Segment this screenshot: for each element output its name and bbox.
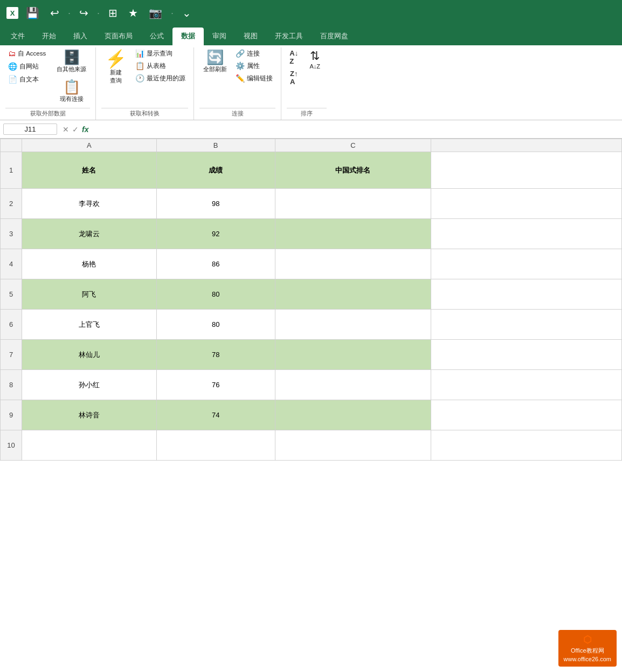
col-header-b[interactable]: B bbox=[156, 139, 275, 152]
tab-view[interactable]: 视图 bbox=[235, 28, 266, 45]
web-icon: 🌐 bbox=[8, 62, 17, 71]
cell-c5[interactable] bbox=[275, 279, 431, 310]
camera-button[interactable]: 📷 bbox=[146, 6, 165, 19]
cell-c9[interactable] bbox=[275, 400, 431, 430]
cell-a4[interactable]: 杨艳 bbox=[22, 249, 157, 279]
cell-b2[interactable]: 98 bbox=[156, 189, 275, 219]
tab-baidu[interactable]: 百度网盘 bbox=[312, 28, 357, 45]
formula-input[interactable] bbox=[92, 124, 619, 134]
cell-c2[interactable] bbox=[275, 189, 431, 219]
cell-a1[interactable]: 姓名 bbox=[22, 152, 157, 189]
cell-c4[interactable] bbox=[275, 249, 431, 279]
cell-d7[interactable] bbox=[431, 340, 622, 370]
edit-links-button[interactable]: ✏️ 编辑链接 bbox=[233, 72, 275, 84]
cell-d5[interactable] bbox=[431, 279, 622, 310]
cell-d10[interactable] bbox=[431, 430, 622, 461]
cell-d3[interactable] bbox=[431, 219, 622, 249]
cell-a5[interactable]: 阿飞 bbox=[22, 279, 157, 310]
text-button[interactable]: 📄 自文本 bbox=[5, 73, 49, 85]
row-num-6[interactable]: 6 bbox=[1, 310, 22, 340]
external-data-group-label: 获取外部数据 bbox=[5, 108, 90, 120]
row-num-1[interactable]: 1 bbox=[1, 152, 22, 189]
tab-insert[interactable]: 插入 bbox=[65, 28, 96, 45]
row-num-2[interactable]: 2 bbox=[1, 189, 22, 219]
cell-d6[interactable] bbox=[431, 310, 622, 340]
cell-b3[interactable]: 92 bbox=[156, 219, 275, 249]
cell-b4[interactable]: 86 bbox=[156, 249, 275, 279]
undo-button[interactable]: ↩ bbox=[47, 6, 63, 19]
cell-b10[interactable] bbox=[156, 430, 275, 461]
cell-a2[interactable]: 李寻欢 bbox=[22, 189, 157, 219]
tab-file[interactable]: 文件 bbox=[2, 28, 33, 45]
recent-source-button[interactable]: 🕐 最近使用的源 bbox=[133, 72, 188, 84]
cell-a7[interactable]: 林仙儿 bbox=[22, 340, 157, 370]
tab-start[interactable]: 开始 bbox=[33, 28, 65, 45]
cell-c7[interactable] bbox=[275, 340, 431, 370]
row-num-9[interactable]: 9 bbox=[1, 400, 22, 430]
cell-b7[interactable]: 78 bbox=[156, 340, 275, 370]
cell-b5[interactable]: 80 bbox=[156, 279, 275, 310]
cell-b6[interactable]: 80 bbox=[156, 310, 275, 340]
tab-formula[interactable]: 公式 bbox=[141, 28, 172, 45]
new-query-button[interactable]: ⚡ 新建 查询 bbox=[101, 47, 130, 87]
row-num-4[interactable]: 4 bbox=[1, 249, 22, 279]
existing-conn-button[interactable]: 📋 现有连接 bbox=[53, 77, 90, 106]
ribbon-group-connections: 🔄 全部刷新 🔗 连接 ⚙️ 属性 ✏️ 编辑链接 连接 bbox=[194, 47, 281, 120]
table-row: 3 龙啸云 92 bbox=[1, 219, 622, 249]
other-sources-label: 自其他来源 bbox=[57, 65, 86, 73]
cell-b1[interactable]: 成绩 bbox=[156, 152, 275, 189]
confirm-btn[interactable]: ✓ bbox=[72, 125, 79, 134]
web-button[interactable]: 🌐 自网站 bbox=[5, 60, 49, 72]
properties-button[interactable]: ⚙️ 属性 bbox=[233, 60, 275, 72]
cell-d9[interactable] bbox=[431, 400, 622, 430]
cell-d1[interactable] bbox=[431, 152, 622, 189]
col-header-d[interactable] bbox=[431, 139, 622, 152]
tab-review[interactable]: 审阅 bbox=[204, 28, 235, 45]
ribbon: 🗂 自 Access 🌐 自网站 📄 自文本 🗄️ 自其他来源 bbox=[0, 45, 622, 120]
tab-pagelayout[interactable]: 页面布局 bbox=[96, 28, 141, 45]
connections-button[interactable]: 🔗 连接 bbox=[233, 47, 275, 59]
cell-a8[interactable]: 孙小红 bbox=[22, 370, 157, 400]
redo-button[interactable]: ↪ bbox=[76, 6, 92, 19]
show-query-button[interactable]: 📊 显示查询 bbox=[133, 47, 188, 59]
row-num-8[interactable]: 8 bbox=[1, 370, 22, 400]
corner-header bbox=[1, 139, 22, 152]
from-table-button[interactable]: 📋 从表格 bbox=[133, 60, 188, 72]
sep1: · bbox=[68, 8, 71, 19]
sort-button[interactable]: ⇅ A↓Z bbox=[303, 47, 327, 72]
row-num-3[interactable]: 3 bbox=[1, 219, 22, 249]
col-header-a[interactable]: A bbox=[22, 139, 157, 152]
cancel-btn[interactable]: ✕ bbox=[63, 125, 69, 134]
cell-b9[interactable]: 74 bbox=[156, 400, 275, 430]
refresh-all-button[interactable]: 🔄 全部刷新 bbox=[199, 47, 231, 76]
sort-az-button[interactable]: A↓Z bbox=[287, 47, 301, 67]
tab-dev[interactable]: 开发工具 bbox=[266, 28, 312, 45]
cell-a9[interactable]: 林诗音 bbox=[22, 400, 157, 430]
row-num-5[interactable]: 5 bbox=[1, 279, 22, 310]
table-view-button[interactable]: ⊞ bbox=[105, 6, 121, 19]
other-sources-button[interactable]: 🗄️ 自其他来源 bbox=[53, 47, 90, 76]
cell-d8[interactable] bbox=[431, 370, 622, 400]
cell-d2[interactable] bbox=[431, 189, 622, 219]
cell-c3[interactable] bbox=[275, 219, 431, 249]
cell-c6[interactable] bbox=[275, 310, 431, 340]
cell-c1[interactable]: 中国式排名 bbox=[275, 152, 431, 189]
col-header-c[interactable]: C bbox=[275, 139, 431, 152]
cell-a6[interactable]: 上官飞 bbox=[22, 310, 157, 340]
cell-c8[interactable] bbox=[275, 370, 431, 400]
cell-b8[interactable]: 76 bbox=[156, 370, 275, 400]
sort-za-button[interactable]: Z↑A bbox=[287, 68, 300, 87]
cell-d4[interactable] bbox=[431, 249, 622, 279]
save-button[interactable]: 💾 bbox=[23, 6, 43, 19]
cell-a10[interactable] bbox=[22, 430, 157, 461]
star-button[interactable]: ★ bbox=[125, 6, 141, 19]
custom-button[interactable]: ⌄ bbox=[179, 6, 195, 19]
cell-a3[interactable]: 龙啸云 bbox=[22, 219, 157, 249]
tab-data[interactable]: 数据 bbox=[172, 28, 204, 45]
fx-btn[interactable]: fx bbox=[82, 125, 88, 134]
row-num-7[interactable]: 7 bbox=[1, 340, 22, 370]
cell-c10[interactable] bbox=[275, 430, 431, 461]
name-box[interactable] bbox=[3, 124, 57, 135]
access-button[interactable]: 🗂 自 Access bbox=[5, 47, 49, 59]
row-num-10[interactable]: 10 bbox=[1, 430, 22, 461]
